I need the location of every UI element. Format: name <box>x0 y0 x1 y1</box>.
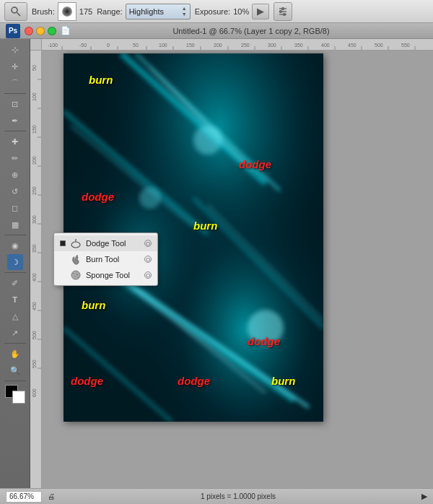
window-controls <box>25 27 56 35</box>
left-toolbar: ⊹ ✛ ⌒ ⊡ ✒ ✚ ✏ ⊕ ↺ ◻ ▦ ◉ ☽ ✐ T △ ↗ ✋ 🔍 <box>0 39 30 488</box>
sponge-item-spacer <box>60 272 66 278</box>
sponge-item-label: Sponge Tool <box>86 271 141 279</box>
svg-text:600: 600 <box>32 388 37 397</box>
popup-item-dodge[interactable]: Dodge Tool O <box>54 235 157 251</box>
svg-point-77 <box>71 242 80 248</box>
canvas-label-dodge-2: dodge <box>82 191 114 203</box>
svg-text:50: 50 <box>133 43 139 48</box>
window-title: Untitled-1 @ 66.7% (Layer 1 copy 2, RGB/… <box>75 27 427 35</box>
dodge-item-icon <box>69 237 82 250</box>
canvas-label-dodge-5: dodge <box>178 375 210 387</box>
options-btn[interactable] <box>274 2 292 21</box>
svg-text:100: 100 <box>159 43 167 48</box>
tool-options-btn[interactable] <box>4 2 27 21</box>
ruler-horizontal: -100 -50 0 50 100 150 200 250 300 350 <box>42 39 433 51</box>
exposure-section: Exposure: 10% ▶ <box>195 4 270 19</box>
magnifier-icon <box>10 6 22 17</box>
svg-text:200: 200 <box>214 43 222 48</box>
svg-text:-100: -100 <box>48 43 58 48</box>
canvas-label-dodge-3: dodge <box>248 335 280 347</box>
close-btn[interactable] <box>25 27 33 35</box>
svg-point-75 <box>139 187 161 209</box>
ruler-vertical: 50 100 150 200 250 300 350 400 450 500 <box>30 51 42 488</box>
color-swatches <box>5 385 25 404</box>
burn-item-label: Burn Tool <box>86 255 141 264</box>
dodge-item-color-swatch <box>60 240 66 246</box>
canvas-label-dodge-4: dodge <box>71 375 103 387</box>
zoom-tool-btn[interactable]: 🔍 <box>7 362 23 378</box>
healing-tool-btn[interactable]: ✚ <box>7 134 23 149</box>
popup-item-sponge[interactable]: Sponge Tool O <box>54 267 157 283</box>
type-tool-btn[interactable]: T <box>7 292 23 308</box>
svg-text:550: 550 <box>401 43 410 48</box>
maximize-btn[interactable] <box>48 27 56 35</box>
lasso-tool-btn[interactable]: ⌒ <box>7 75 23 91</box>
brush-tool-btn[interactable]: ✏ <box>7 150 23 166</box>
brush-preview[interactable] <box>58 2 76 21</box>
ps-icon: Ps <box>6 24 20 38</box>
move-tool-btn[interactable]: ✛ <box>7 58 23 74</box>
svg-text:100: 100 <box>32 92 37 101</box>
canvas-label-burn-3: burn <box>82 299 105 311</box>
svg-line-1 <box>17 12 21 16</box>
burn-item-shortcut: O <box>144 256 152 263</box>
airbrush-btn[interactable]: ▶ <box>252 4 269 19</box>
ruler-corner <box>30 39 42 51</box>
svg-point-81 <box>76 274 78 275</box>
minimize-btn[interactable] <box>36 27 45 35</box>
doc-icon: 📄 <box>61 26 71 35</box>
svg-text:250: 250 <box>32 186 37 195</box>
sponge-item-shortcut: O <box>144 271 152 279</box>
gradient-tool-btn[interactable]: ▦ <box>7 217 23 233</box>
title-bar: Ps 📄 Untitled-1 @ 66.7% (Layer 1 copy 2,… <box>0 23 433 39</box>
svg-text:450: 450 <box>32 302 37 310</box>
dodge-tool-active-btn[interactable]: ☽ <box>7 254 23 270</box>
history-tool-btn[interactable]: ↺ <box>7 183 23 199</box>
eraser-tool-btn[interactable]: ◻ <box>7 200 23 216</box>
selection-tool-btn[interactable]: ⊹ <box>7 42 23 58</box>
svg-text:200: 200 <box>32 156 37 165</box>
eyedropper-tool-btn[interactable]: ✒ <box>7 113 23 129</box>
burn-item-icon <box>69 253 82 266</box>
svg-text:50: 50 <box>32 65 37 71</box>
canvas-label-burn-2: burn <box>193 220 217 232</box>
svg-text:400: 400 <box>321 43 330 48</box>
status-zoom-box[interactable]: 66.67% <box>6 491 42 503</box>
svg-text:300: 300 <box>268 43 276 48</box>
canvas-label-burn-1: burn <box>89 74 113 86</box>
exposure-label: Exposure: <box>195 7 231 16</box>
svg-text:450: 450 <box>348 43 357 48</box>
canvas-area: -100 -50 0 50 100 150 200 250 300 350 <box>30 39 433 488</box>
svg-point-0 <box>12 7 17 13</box>
dodge-item-label: Dodge Tool <box>86 239 141 248</box>
main-layout: ⊹ ✛ ⌒ ⊡ ✒ ✚ ✏ ⊕ ↺ ◻ ▦ ◉ ☽ ✐ T △ ↗ ✋ 🔍 <box>0 39 433 488</box>
svg-text:500: 500 <box>375 43 383 48</box>
brush-size: 175 <box>79 7 92 16</box>
svg-text:550: 550 <box>32 360 37 368</box>
hand-tool-btn[interactable]: ✋ <box>7 346 23 362</box>
range-dropdown[interactable]: Highlights ▲ ▼ <box>126 4 191 19</box>
svg-text:500: 500 <box>32 331 37 339</box>
shape-tool-btn[interactable]: △ <box>7 308 23 324</box>
canvas-label-burn-4: burn <box>271 375 295 387</box>
svg-text:350: 350 <box>294 43 303 48</box>
crop-tool-btn[interactable]: ⊡ <box>7 96 23 112</box>
status-bar: 66.67% 🖨 1 pixels = 1.0000 pixels ▶ <box>0 488 433 504</box>
popup-item-burn[interactable]: Burn Tool O <box>54 251 157 267</box>
background-color[interactable] <box>12 391 25 404</box>
pen-tool-btn[interactable]: ✐ <box>7 275 23 291</box>
top-toolbar: Brush: 175 Range: Highlights ▲ ▼ Exposur… <box>0 0 433 23</box>
svg-point-74 <box>193 126 222 155</box>
brush-label: Brush: <box>32 7 55 16</box>
svg-text:250: 250 <box>241 43 250 48</box>
blur-tool-btn[interactable]: ◉ <box>7 238 23 253</box>
sponge-item-icon <box>69 269 82 282</box>
status-arrow[interactable]: ▶ <box>421 492 427 501</box>
status-icon: 🖨 <box>48 492 55 500</box>
svg-text:150: 150 <box>186 43 195 48</box>
clone-tool-btn[interactable]: ⊕ <box>7 167 23 183</box>
popup-menu: Dodge Tool O Burn Tool O <box>53 233 158 286</box>
range-arrows: ▲ ▼ <box>182 6 187 17</box>
canvas-label-dodge-1: dodge <box>239 158 271 170</box>
path-select-btn[interactable]: ↗ <box>7 325 23 341</box>
